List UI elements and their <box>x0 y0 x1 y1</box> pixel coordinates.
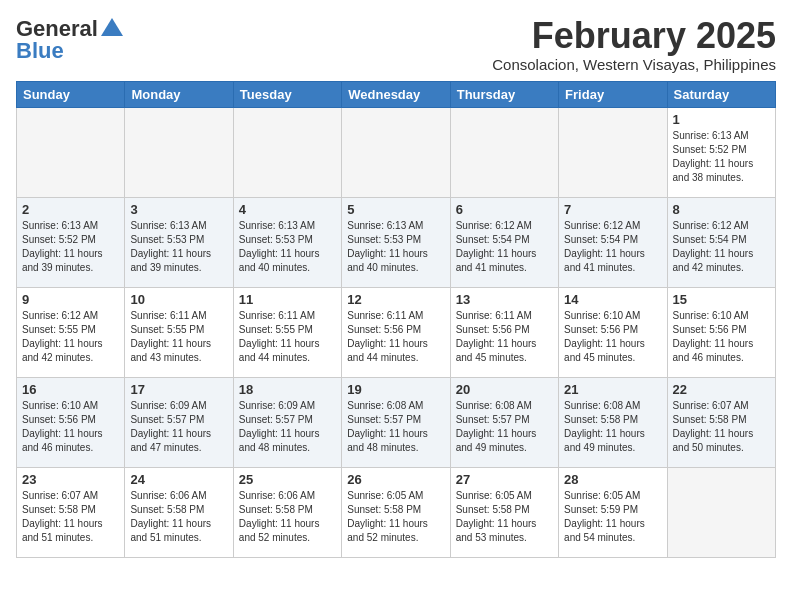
weekday-header-thursday: Thursday <box>450 81 558 107</box>
calendar-day-cell: 13Sunrise: 6:11 AM Sunset: 5:56 PM Dayli… <box>450 287 558 377</box>
weekday-header-friday: Friday <box>559 81 667 107</box>
day-info: Sunrise: 6:08 AM Sunset: 5:58 PM Dayligh… <box>564 399 661 455</box>
day-info: Sunrise: 6:11 AM Sunset: 5:55 PM Dayligh… <box>130 309 227 365</box>
day-info: Sunrise: 6:07 AM Sunset: 5:58 PM Dayligh… <box>673 399 770 455</box>
day-number: 7 <box>564 202 661 217</box>
day-info: Sunrise: 6:12 AM Sunset: 5:54 PM Dayligh… <box>456 219 553 275</box>
day-info: Sunrise: 6:13 AM Sunset: 5:53 PM Dayligh… <box>239 219 336 275</box>
calendar-day-cell: 2Sunrise: 6:13 AM Sunset: 5:52 PM Daylig… <box>17 197 125 287</box>
day-number: 21 <box>564 382 661 397</box>
calendar-day-cell: 26Sunrise: 6:05 AM Sunset: 5:58 PM Dayli… <box>342 467 450 557</box>
calendar-day-cell: 22Sunrise: 6:07 AM Sunset: 5:58 PM Dayli… <box>667 377 775 467</box>
calendar-day-cell: 1Sunrise: 6:13 AM Sunset: 5:52 PM Daylig… <box>667 107 775 197</box>
calendar-day-cell: 4Sunrise: 6:13 AM Sunset: 5:53 PM Daylig… <box>233 197 341 287</box>
day-number: 25 <box>239 472 336 487</box>
day-number: 23 <box>22 472 119 487</box>
page-header: General Blue February 2025 Consolacion, … <box>16 16 776 73</box>
calendar-week-row: 9Sunrise: 6:12 AM Sunset: 5:55 PM Daylig… <box>17 287 776 377</box>
calendar-day-cell: 23Sunrise: 6:07 AM Sunset: 5:58 PM Dayli… <box>17 467 125 557</box>
location-subtitle: Consolacion, Western Visayas, Philippine… <box>492 56 776 73</box>
calendar-week-row: 2Sunrise: 6:13 AM Sunset: 5:52 PM Daylig… <box>17 197 776 287</box>
calendar-week-row: 23Sunrise: 6:07 AM Sunset: 5:58 PM Dayli… <box>17 467 776 557</box>
day-number: 18 <box>239 382 336 397</box>
weekday-header-tuesday: Tuesday <box>233 81 341 107</box>
day-info: Sunrise: 6:11 AM Sunset: 5:56 PM Dayligh… <box>347 309 444 365</box>
day-number: 16 <box>22 382 119 397</box>
title-block: February 2025 Consolacion, Western Visay… <box>492 16 776 73</box>
calendar-day-cell <box>125 107 233 197</box>
day-info: Sunrise: 6:06 AM Sunset: 5:58 PM Dayligh… <box>239 489 336 545</box>
day-info: Sunrise: 6:08 AM Sunset: 5:57 PM Dayligh… <box>456 399 553 455</box>
logo-blue-text: Blue <box>16 38 64 64</box>
day-info: Sunrise: 6:06 AM Sunset: 5:58 PM Dayligh… <box>130 489 227 545</box>
day-info: Sunrise: 6:05 AM Sunset: 5:58 PM Dayligh… <box>347 489 444 545</box>
calendar-day-cell: 21Sunrise: 6:08 AM Sunset: 5:58 PM Dayli… <box>559 377 667 467</box>
day-info: Sunrise: 6:10 AM Sunset: 5:56 PM Dayligh… <box>673 309 770 365</box>
day-number: 5 <box>347 202 444 217</box>
calendar-day-cell <box>559 107 667 197</box>
weekday-header-monday: Monday <box>125 81 233 107</box>
day-number: 1 <box>673 112 770 127</box>
month-year-title: February 2025 <box>492 16 776 56</box>
calendar-day-cell: 20Sunrise: 6:08 AM Sunset: 5:57 PM Dayli… <box>450 377 558 467</box>
calendar-day-cell <box>233 107 341 197</box>
weekday-header-sunday: Sunday <box>17 81 125 107</box>
day-info: Sunrise: 6:07 AM Sunset: 5:58 PM Dayligh… <box>22 489 119 545</box>
day-number: 4 <box>239 202 336 217</box>
calendar-day-cell: 10Sunrise: 6:11 AM Sunset: 5:55 PM Dayli… <box>125 287 233 377</box>
day-info: Sunrise: 6:09 AM Sunset: 5:57 PM Dayligh… <box>130 399 227 455</box>
calendar-day-cell: 6Sunrise: 6:12 AM Sunset: 5:54 PM Daylig… <box>450 197 558 287</box>
day-number: 15 <box>673 292 770 307</box>
calendar-day-cell: 7Sunrise: 6:12 AM Sunset: 5:54 PM Daylig… <box>559 197 667 287</box>
weekday-header-saturday: Saturday <box>667 81 775 107</box>
day-info: Sunrise: 6:10 AM Sunset: 5:56 PM Dayligh… <box>564 309 661 365</box>
day-number: 26 <box>347 472 444 487</box>
day-number: 24 <box>130 472 227 487</box>
day-info: Sunrise: 6:05 AM Sunset: 5:59 PM Dayligh… <box>564 489 661 545</box>
calendar-day-cell: 16Sunrise: 6:10 AM Sunset: 5:56 PM Dayli… <box>17 377 125 467</box>
calendar-day-cell: 28Sunrise: 6:05 AM Sunset: 5:59 PM Dayli… <box>559 467 667 557</box>
day-info: Sunrise: 6:11 AM Sunset: 5:56 PM Dayligh… <box>456 309 553 365</box>
calendar-day-cell: 11Sunrise: 6:11 AM Sunset: 5:55 PM Dayli… <box>233 287 341 377</box>
day-info: Sunrise: 6:11 AM Sunset: 5:55 PM Dayligh… <box>239 309 336 365</box>
day-info: Sunrise: 6:13 AM Sunset: 5:53 PM Dayligh… <box>347 219 444 275</box>
calendar-day-cell <box>342 107 450 197</box>
day-info: Sunrise: 6:09 AM Sunset: 5:57 PM Dayligh… <box>239 399 336 455</box>
calendar-day-cell: 24Sunrise: 6:06 AM Sunset: 5:58 PM Dayli… <box>125 467 233 557</box>
day-number: 8 <box>673 202 770 217</box>
calendar-day-cell: 9Sunrise: 6:12 AM Sunset: 5:55 PM Daylig… <box>17 287 125 377</box>
day-info: Sunrise: 6:13 AM Sunset: 5:52 PM Dayligh… <box>673 129 770 185</box>
day-info: Sunrise: 6:12 AM Sunset: 5:54 PM Dayligh… <box>564 219 661 275</box>
calendar-day-cell: 25Sunrise: 6:06 AM Sunset: 5:58 PM Dayli… <box>233 467 341 557</box>
day-info: Sunrise: 6:12 AM Sunset: 5:55 PM Dayligh… <box>22 309 119 365</box>
weekday-header-wednesday: Wednesday <box>342 81 450 107</box>
logo-icon <box>101 18 123 36</box>
calendar-day-cell: 12Sunrise: 6:11 AM Sunset: 5:56 PM Dayli… <box>342 287 450 377</box>
day-info: Sunrise: 6:05 AM Sunset: 5:58 PM Dayligh… <box>456 489 553 545</box>
day-info: Sunrise: 6:08 AM Sunset: 5:57 PM Dayligh… <box>347 399 444 455</box>
day-number: 9 <box>22 292 119 307</box>
calendar-day-cell: 3Sunrise: 6:13 AM Sunset: 5:53 PM Daylig… <box>125 197 233 287</box>
calendar-day-cell: 8Sunrise: 6:12 AM Sunset: 5:54 PM Daylig… <box>667 197 775 287</box>
calendar-week-row: 1Sunrise: 6:13 AM Sunset: 5:52 PM Daylig… <box>17 107 776 197</box>
day-info: Sunrise: 6:12 AM Sunset: 5:54 PM Dayligh… <box>673 219 770 275</box>
calendar-table: SundayMondayTuesdayWednesdayThursdayFrid… <box>16 81 776 558</box>
calendar-day-cell: 14Sunrise: 6:10 AM Sunset: 5:56 PM Dayli… <box>559 287 667 377</box>
calendar-day-cell: 19Sunrise: 6:08 AM Sunset: 5:57 PM Dayli… <box>342 377 450 467</box>
day-info: Sunrise: 6:13 AM Sunset: 5:53 PM Dayligh… <box>130 219 227 275</box>
calendar-day-cell: 17Sunrise: 6:09 AM Sunset: 5:57 PM Dayli… <box>125 377 233 467</box>
calendar-day-cell <box>17 107 125 197</box>
day-info: Sunrise: 6:13 AM Sunset: 5:52 PM Dayligh… <box>22 219 119 275</box>
day-number: 22 <box>673 382 770 397</box>
day-number: 11 <box>239 292 336 307</box>
calendar-day-cell <box>450 107 558 197</box>
day-number: 20 <box>456 382 553 397</box>
logo: General Blue <box>16 16 123 64</box>
day-number: 13 <box>456 292 553 307</box>
calendar-day-cell: 5Sunrise: 6:13 AM Sunset: 5:53 PM Daylig… <box>342 197 450 287</box>
calendar-day-cell: 15Sunrise: 6:10 AM Sunset: 5:56 PM Dayli… <box>667 287 775 377</box>
day-number: 17 <box>130 382 227 397</box>
day-info: Sunrise: 6:10 AM Sunset: 5:56 PM Dayligh… <box>22 399 119 455</box>
day-number: 28 <box>564 472 661 487</box>
day-number: 12 <box>347 292 444 307</box>
